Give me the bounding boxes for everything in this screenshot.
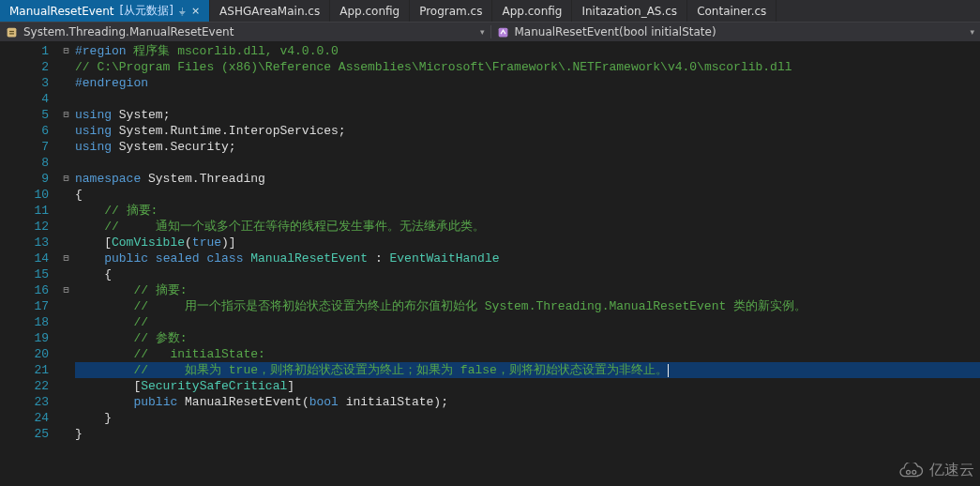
- tab-label: ManualResetEvent: [9, 5, 114, 18]
- fold-toggle: [57, 394, 75, 410]
- pin-icon[interactable]: ⏚: [179, 5, 186, 17]
- comment: // C:\Program Files (x86)\Reference Asse…: [75, 60, 792, 74]
- line-number: 16: [0, 282, 57, 298]
- bool: true: [192, 235, 221, 250]
- fold-toggle: [57, 235, 75, 251]
- document-tab-strip: ManualResetEvent [从元数据] ⏚ × ASHGAreaMain…: [0, 0, 980, 23]
- fold-toggle: [57, 59, 75, 75]
- endregion-keyword: #endregion: [75, 76, 148, 90]
- line-number: 14: [0, 251, 57, 266]
- svg-point-5: [912, 470, 916, 474]
- semi: ;: [229, 140, 236, 154]
- semi: ;: [339, 124, 346, 138]
- indent: [75, 251, 104, 266]
- chevron-down-icon[interactable]: ▾: [970, 27, 974, 37]
- comment: // 摘要:: [75, 204, 158, 218]
- kw: bool: [309, 395, 339, 409]
- brace: }: [75, 411, 112, 425]
- navigation-bar: System.Threading.ManualResetEvent ▾ Manu…: [0, 23, 980, 41]
- fold-toggle: [57, 91, 75, 107]
- tab-label: ASHGAreaMain.cs: [219, 5, 320, 18]
- fold-toggle: [57, 410, 75, 426]
- kw: class: [200, 251, 244, 266]
- region-text: 程序集 mscorlib.dll, v4.0.0.0: [127, 44, 339, 58]
- line-number: 3: [0, 75, 57, 91]
- line-number: 9: [0, 171, 57, 187]
- ns: System.Runtime.InteropServices: [112, 124, 339, 138]
- line-number: 8: [0, 155, 57, 171]
- comment: // 参数:: [75, 331, 188, 345]
- code-area[interactable]: #region 程序集 mscorlib.dll, v4.0.0.0 // C:…: [75, 41, 980, 486]
- svg-point-4: [907, 470, 911, 474]
- semi: ;: [441, 395, 448, 409]
- pun: [: [75, 235, 112, 250]
- fold-toggle: [57, 314, 75, 330]
- line-number-gutter: 1234567891011121314151617181920212223242…: [0, 41, 57, 486]
- comment: // 通知一个或多个正在等待的线程已发生事件。无法继承此类。: [75, 220, 485, 234]
- watermark: 亿速云: [897, 461, 974, 480]
- brace: {: [75, 188, 83, 202]
- tab-program[interactable]: Program.cs: [410, 0, 492, 22]
- classname: ManualResetEvent: [243, 251, 368, 266]
- kw: public: [133, 395, 177, 409]
- attribute: SecuritySafeCritical: [141, 379, 287, 393]
- svg-rect-0: [8, 27, 17, 37]
- cloud-icon: [897, 463, 925, 479]
- code-editor[interactable]: 1234567891011121314151617181920212223242…: [0, 41, 980, 486]
- fold-toggle[interactable]: ⊟: [57, 251, 75, 266]
- ns: System: [112, 108, 163, 122]
- region-keyword: #region: [75, 44, 127, 58]
- tab-manualresetevent[interactable]: ManualResetEvent [从元数据] ⏚ ×: [0, 0, 210, 22]
- fold-toggle: [57, 378, 75, 394]
- line-number: 7: [0, 139, 57, 155]
- member-navigator[interactable]: ManualResetEvent(bool initialState) ▾: [490, 25, 981, 38]
- param: initialState: [339, 395, 433, 409]
- line-number: 25: [0, 426, 57, 442]
- pun: (: [302, 395, 309, 409]
- pun: [: [75, 379, 141, 393]
- fold-toggle[interactable]: ⊟: [57, 107, 75, 123]
- tab-appconfig-1[interactable]: App.config: [330, 0, 410, 22]
- comment: // 摘要:: [75, 283, 188, 297]
- comment: // initialState:: [75, 347, 265, 361]
- close-icon[interactable]: ×: [191, 5, 200, 17]
- ns: System.Threading: [141, 172, 265, 186]
- fold-toggle: [57, 346, 75, 362]
- comment: // 如果为 true，则将初始状态设置为终止；如果为 false，则将初始状态…: [75, 363, 668, 377]
- tab-ashgareamain[interactable]: ASHGAreaMain.cs: [210, 0, 330, 22]
- baseclass: EventWaitHandle: [389, 251, 499, 266]
- class-icon: [6, 26, 18, 38]
- type-name: System.Threading.ManualResetEvent: [23, 25, 234, 38]
- svg-rect-1: [9, 30, 14, 31]
- text-caret: [668, 364, 669, 377]
- fold-toggle: [57, 203, 75, 219]
- semi: ;: [163, 108, 171, 122]
- method-icon: [497, 26, 509, 38]
- fold-toggle: [57, 298, 75, 314]
- indent: [75, 395, 133, 409]
- tab-container[interactable]: Container.cs: [687, 0, 776, 22]
- line-number: 1: [0, 43, 57, 59]
- fold-toggle: [57, 123, 75, 139]
- tab-suffix: [从元数据]: [120, 3, 173, 19]
- pun: :: [368, 251, 389, 266]
- pun: )]: [221, 235, 236, 250]
- sp: [177, 395, 185, 409]
- fold-toggle[interactable]: ⊟: [57, 171, 75, 187]
- fold-toggle[interactable]: ⊟: [57, 282, 75, 298]
- tab-label: Initazation_AS.cs: [581, 5, 677, 18]
- line-number: 15: [0, 266, 57, 282]
- chevron-down-icon[interactable]: ▾: [480, 27, 485, 37]
- line-number: 20: [0, 346, 57, 362]
- highlighted-line: // 如果为 true，则将初始状态设置为终止；如果为 false，则将初始状态…: [75, 362, 980, 378]
- tab-appconfig-2[interactable]: App.config: [492, 0, 572, 22]
- fold-toggle: [57, 75, 75, 91]
- line-number: 21: [0, 362, 57, 378]
- tab-initazation[interactable]: Initazation_AS.cs: [572, 0, 687, 22]
- kw: public: [104, 251, 148, 266]
- fold-toggle[interactable]: ⊟: [57, 43, 75, 59]
- svg-rect-2: [9, 33, 14, 34]
- type-navigator[interactable]: System.Threading.ManualResetEvent ▾: [0, 25, 490, 38]
- line-number: 6: [0, 123, 57, 139]
- watermark-text: 亿速云: [929, 461, 974, 480]
